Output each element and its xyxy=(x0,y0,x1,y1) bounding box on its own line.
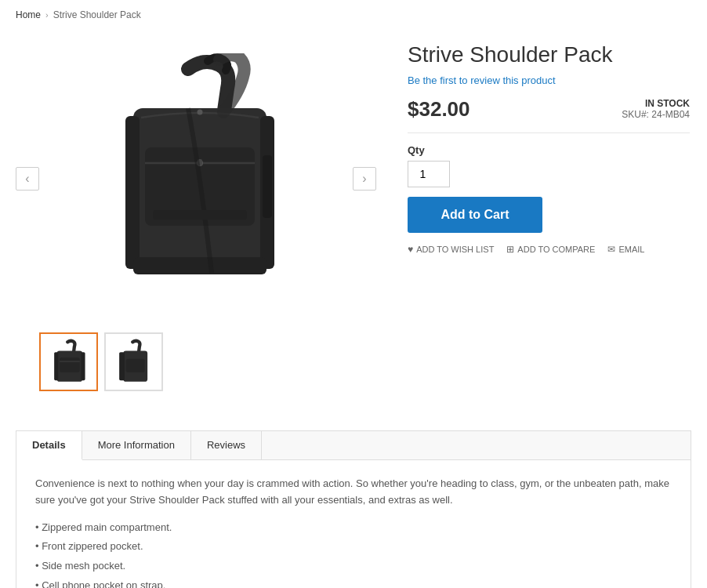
sku-info: SKU#: 24-MB04 xyxy=(622,109,690,120)
tabs-section: Details More Information Reviews Conveni… xyxy=(16,430,691,588)
stock-sku-container: IN STOCK SKU#: 24-MB04 xyxy=(622,98,690,120)
svg-rect-14 xyxy=(54,352,58,380)
breadcrumb-home-link[interactable]: Home xyxy=(16,9,41,20)
svg-rect-10 xyxy=(153,210,247,220)
product-title: Strive Shoulder Pack xyxy=(408,42,690,68)
thumbnails-container xyxy=(16,332,376,391)
review-link[interactable]: Be the first to review this product xyxy=(408,74,690,86)
sku-value: 24-MB04 xyxy=(651,109,690,120)
product-image-section: ‹ xyxy=(16,38,376,391)
email-label: EMAIL xyxy=(618,245,644,254)
chevron-right-icon: › xyxy=(362,172,366,186)
svg-rect-8 xyxy=(263,155,272,218)
sku-label-text: SKU#: xyxy=(622,109,649,120)
compare-icon: ⊞ xyxy=(506,244,514,255)
svg-rect-18 xyxy=(119,352,125,380)
breadcrumb-current: Strive Shoulder Pack xyxy=(53,9,141,20)
svg-rect-17 xyxy=(125,358,144,372)
tab-reviews[interactable]: Reviews xyxy=(191,431,262,459)
add-to-wishlist-link[interactable]: ♥ ADD TO WISH LIST xyxy=(408,244,494,255)
thumbnail-2[interactable] xyxy=(104,332,163,391)
product-info-section: Strive Shoulder Pack Be the first to rev… xyxy=(408,38,690,391)
prev-image-button[interactable]: ‹ xyxy=(16,167,39,191)
main-image-wrapper: ‹ xyxy=(16,38,376,320)
product-image xyxy=(86,53,306,304)
feature-item: Side mesh pocket. xyxy=(35,557,672,576)
product-description: Convenience is next to nothing when your… xyxy=(35,476,672,509)
heart-icon: ♥ xyxy=(408,244,413,255)
svg-point-5 xyxy=(198,110,203,115)
qty-label: Qty xyxy=(408,144,690,156)
tab-more-info[interactable]: More Information xyxy=(82,431,191,459)
add-to-cart-button[interactable]: Add to Cart xyxy=(408,197,542,233)
chevron-left-icon: ‹ xyxy=(25,172,29,186)
divider xyxy=(408,132,690,133)
tab-details[interactable]: Details xyxy=(16,431,82,460)
svg-rect-6 xyxy=(125,116,140,269)
features-list: Zippered main compartment.Front zippered… xyxy=(35,518,672,588)
add-to-compare-link[interactable]: ⊞ ADD TO COMPARE xyxy=(506,244,595,255)
email-link[interactable]: ✉ EMAIL xyxy=(607,244,644,255)
thumbnail-1[interactable] xyxy=(39,332,98,391)
breadcrumb: Home › Strive Shoulder Pack xyxy=(0,0,707,30)
feature-item: Cell phone pocket on strap. xyxy=(35,576,672,588)
email-icon: ✉ xyxy=(607,244,615,255)
compare-label: ADD TO COMPARE xyxy=(517,245,595,254)
action-links: ♥ ADD TO WISH LIST ⊞ ADD TO COMPARE ✉ EM… xyxy=(408,244,690,255)
qty-input[interactable] xyxy=(408,161,450,187)
breadcrumb-separator: › xyxy=(45,10,49,20)
tabs-nav: Details More Information Reviews xyxy=(16,431,691,460)
next-image-button[interactable]: › xyxy=(353,167,376,191)
feature-item: Front zippered pocket. xyxy=(35,537,672,557)
stock-status: IN STOCK xyxy=(622,98,690,109)
price-stock-row: $32.00 IN STOCK SKU#: 24-MB04 xyxy=(408,97,690,122)
feature-item: Zippered main compartment. xyxy=(35,518,672,538)
svg-rect-15 xyxy=(81,352,85,380)
wishlist-label: ADD TO WISH LIST xyxy=(416,245,494,254)
svg-rect-12 xyxy=(60,358,80,372)
product-price: $32.00 xyxy=(408,97,470,122)
product-container: ‹ xyxy=(0,30,705,415)
tab-content-details: Convenience is next to nothing when your… xyxy=(16,460,691,588)
svg-rect-9 xyxy=(133,257,266,274)
